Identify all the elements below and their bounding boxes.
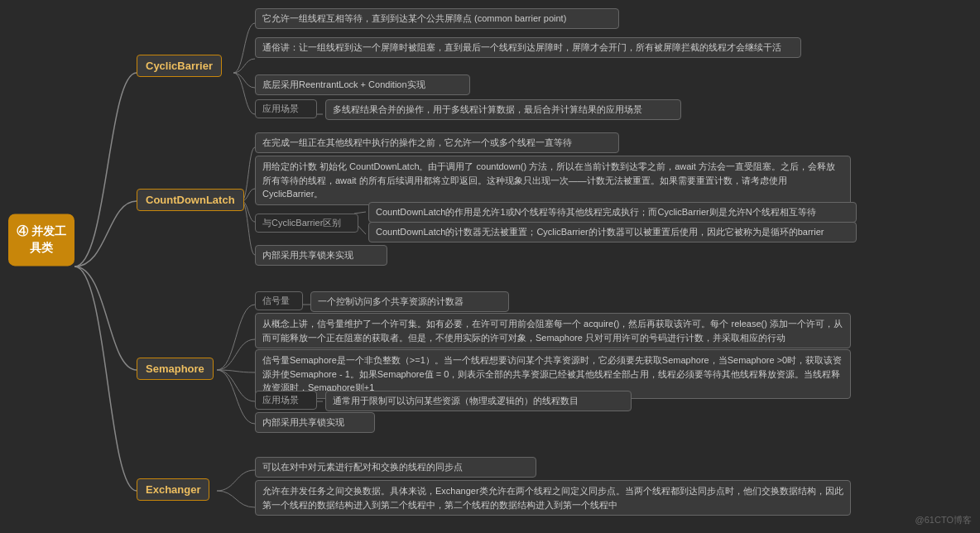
countdown-node-4: 内部采用共享锁来实现 bbox=[255, 245, 387, 266]
semaphore-node-4: 内部采用共享锁实现 bbox=[255, 412, 375, 433]
cyclic-node-4: 多线程结果合并的操作，用于多线程计算数据，最后合并计算结果的应用场景 bbox=[325, 99, 681, 120]
countdown-diff-a: CountDownLatch的作用是允许1或N个线程等待其他线程完成执行；而Cy… bbox=[368, 202, 857, 223]
l1-semaphore: Semaphore bbox=[137, 358, 214, 380]
cyclic-label-scene: 应用场景 bbox=[255, 99, 317, 118]
exchanger-node-1: 可以在对中对元素进行配对和交换的线程的同步点 bbox=[255, 457, 536, 478]
l1-countdown: CountDownLatch bbox=[137, 189, 244, 211]
mindmap-container: ④ 并发工具类 CyclicBarrier CountDownLatch Sem… bbox=[0, 0, 980, 533]
connection-lines bbox=[0, 0, 980, 533]
watermark: @61CTO博客 bbox=[915, 514, 972, 526]
countdown-node-1: 在完成一组正在其他线程中执行的操作之前，它允许一个或多个线程一直等待 bbox=[255, 132, 619, 153]
semaphore-label-scene: 应用场景 bbox=[255, 391, 317, 410]
cyclic-node-2: 通俗讲：让一组线程到达一个屏障时被阻塞，直到最后一个线程到达屏障时，屏障才会开门… bbox=[255, 37, 801, 58]
countdown-diff-b: CountDownLatch的计数器无法被重置；CyclicBarrier的计数… bbox=[368, 222, 857, 242]
root-node: ④ 并发工具类 bbox=[8, 214, 74, 266]
semaphore-signal-label: 信号量 bbox=[255, 291, 303, 310]
semaphore-node-1: 从概念上讲，信号量维护了一个许可集。如有必要，在许可可用前会阻塞每一个 acqu… bbox=[255, 313, 851, 348]
cyclic-node-3: 底层采用ReentrantLock + Condition实现 bbox=[255, 74, 470, 95]
semaphore-node-3: 通常用于限制可以访问某些资源（物理或逻辑的）的线程数目 bbox=[325, 391, 632, 411]
l1-exchanger: Exchanger bbox=[137, 478, 209, 501]
cyclic-node-1: 它允许一组线程互相等待，直到到达某个公共屏障点 (common barrier … bbox=[255, 8, 619, 29]
countdown-node-2: 用给定的计数 初始化 CountDownLatch。由于调用了 countdow… bbox=[255, 156, 851, 205]
exchanger-node-2: 允许在并发任务之间交换数据。具体来说，Exchanger类允许在两个线程之间定义… bbox=[255, 480, 851, 516]
l1-cyclic: CyclicBarrier bbox=[137, 55, 222, 77]
semaphore-signal-desc: 一个控制访问多个共享资源的计数器 bbox=[310, 291, 509, 312]
countdown-label-diff: 与CyclicBarrier区别 bbox=[255, 214, 358, 233]
